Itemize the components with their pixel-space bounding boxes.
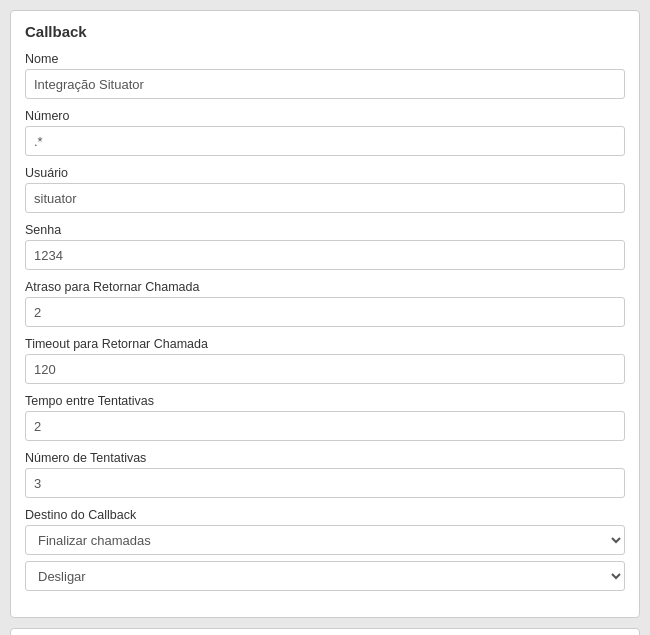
nome-label: Nome: [25, 52, 625, 66]
senha-group: Senha: [25, 223, 625, 270]
usuario-input[interactable]: [25, 183, 625, 213]
atraso-label: Atraso para Retornar Chamada: [25, 280, 625, 294]
destino-select1[interactable]: Finalizar chamadas Outra opção: [25, 525, 625, 555]
timeout-label: Timeout para Retornar Chamada: [25, 337, 625, 351]
callback-card: Callback Nome Número Usuário Senha Atras…: [10, 10, 640, 618]
timeout-group: Timeout para Retornar Chamada: [25, 337, 625, 384]
tempo-input[interactable]: [25, 411, 625, 441]
numero-tentativas-label: Número de Tentativas: [25, 451, 625, 465]
usuario-label: Usuário: [25, 166, 625, 180]
tempo-group: Tempo entre Tentativas: [25, 394, 625, 441]
nome-group: Nome: [25, 52, 625, 99]
numero-label: Número: [25, 109, 625, 123]
numero-group: Número: [25, 109, 625, 156]
atraso-input[interactable]: [25, 297, 625, 327]
numero-input[interactable]: [25, 126, 625, 156]
callback-title: Callback: [25, 23, 625, 40]
regras-card: Regras de Horário + Adicionar regra: [10, 628, 640, 635]
timeout-input[interactable]: [25, 354, 625, 384]
senha-label: Senha: [25, 223, 625, 237]
tempo-label: Tempo entre Tentativas: [25, 394, 625, 408]
destino-group: Destino do Callback Finalizar chamadas O…: [25, 508, 625, 591]
destino-label: Destino do Callback: [25, 508, 625, 522]
usuario-group: Usuário: [25, 166, 625, 213]
atraso-group: Atraso para Retornar Chamada: [25, 280, 625, 327]
senha-input[interactable]: [25, 240, 625, 270]
numero-tentativas-input[interactable]: [25, 468, 625, 498]
numero-tentativas-group: Número de Tentativas: [25, 451, 625, 498]
destino-select2[interactable]: Desligar Outra opção: [25, 561, 625, 591]
nome-input[interactable]: [25, 69, 625, 99]
